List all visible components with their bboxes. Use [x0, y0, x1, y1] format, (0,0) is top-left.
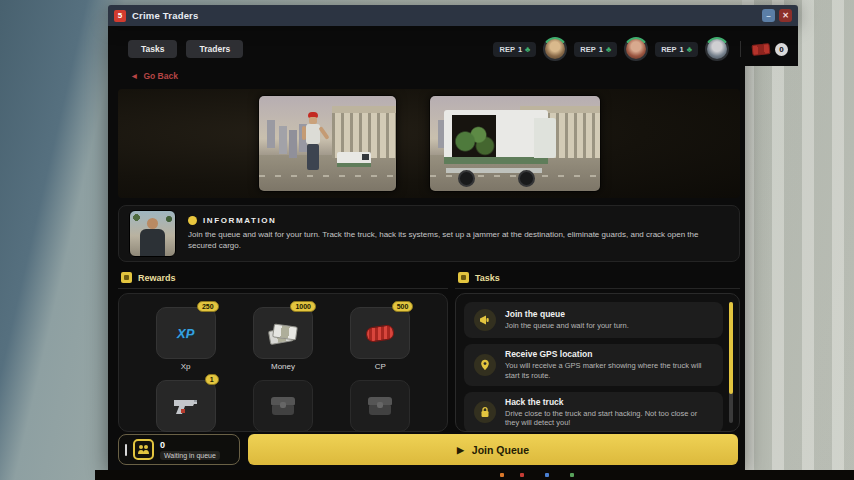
player-avatar-3: [705, 37, 729, 61]
queue-count: 0: [160, 440, 220, 450]
task-item-hack: Hack the truck Drive close to the truck …: [464, 392, 723, 433]
hotbar-dot: [570, 473, 574, 477]
reward-item-xp: 250 XP Xp: [156, 307, 216, 371]
divider: [455, 288, 740, 289]
reward-amount-badge: 250: [197, 301, 219, 312]
queue-status-box: 0 Waiting in queue: [118, 434, 240, 465]
queue-status: Waiting in queue: [160, 451, 220, 460]
information-description: Join the queue and wait for your turn. T…: [188, 230, 729, 252]
leaf-icon: ♣: [525, 45, 530, 54]
back-arrow-icon: ◄: [130, 71, 138, 81]
leaf-icon: ♣: [687, 45, 692, 54]
info-icon: [188, 216, 197, 225]
information-panel: INFORMATION Join the queue and wait for …: [118, 205, 740, 262]
reward-card: 250 XP: [156, 307, 216, 359]
rep-label: REP: [580, 45, 595, 54]
rep-badge-3: REP 1 ♣: [655, 42, 698, 57]
wallet: 0: [752, 43, 788, 56]
reward-label: Xp: [181, 362, 191, 371]
wallet-amount: 0: [775, 43, 788, 56]
queue-tick: [125, 444, 127, 456]
crate-icon: [271, 397, 295, 415]
avatar: [545, 39, 565, 59]
avatar: [626, 39, 646, 59]
megaphone-icon: [474, 309, 496, 331]
task-title: Receive GPS location: [505, 349, 713, 359]
scrollbar-thumb[interactable]: [729, 302, 733, 394]
reward-card: 1000: [253, 307, 313, 359]
reward-card: 1: [156, 380, 216, 432]
npc-avatar: [129, 210, 176, 257]
rewards-header: Rewards: [121, 272, 176, 283]
information-title: INFORMATION: [203, 216, 276, 225]
map-pin-icon: [474, 354, 496, 376]
player-avatar-2: [624, 37, 648, 61]
background-streaks: [742, 0, 854, 480]
information-text: INFORMATION Join the queue and wait for …: [188, 216, 729, 252]
divider: [118, 288, 448, 289]
rep-badge-1: REP 1 ♣: [493, 42, 536, 57]
reward-item-money: 1000 Money: [253, 307, 313, 371]
hotbar-dot: [520, 473, 524, 477]
window-controls: – ✕: [762, 9, 792, 22]
hotbar-dot: [500, 473, 504, 477]
join-queue-button[interactable]: ▶ Join Queue: [248, 434, 738, 465]
screenshot-truck: [429, 95, 601, 192]
reward-card: 500: [350, 307, 410, 359]
cp-icon: [365, 324, 395, 343]
queue-texts: 0 Waiting in queue: [160, 440, 220, 460]
image-gallery: [118, 89, 740, 198]
rep-row: REP 1 ♣ REP 1 ♣ REP 1 ♣ 0: [108, 36, 794, 62]
task-description: Drive close to the truck and start hacki…: [505, 409, 713, 429]
cargo-truck: [444, 110, 548, 164]
reward-amount-badge: 1000: [290, 301, 316, 312]
close-icon[interactable]: ✕: [779, 9, 792, 22]
task-title: Join the queue: [505, 309, 629, 319]
tasks-title: Tasks: [475, 273, 500, 283]
rep-value: 1: [680, 45, 684, 54]
tasks-scrollbar[interactable]: [729, 302, 733, 423]
truck-wheel: [458, 170, 475, 187]
divider: [740, 41, 741, 57]
cash-icon: [751, 43, 770, 56]
reward-item-cp: 500 CP: [350, 307, 410, 371]
road-markings: [259, 175, 396, 177]
tasks-header: Tasks: [458, 272, 500, 283]
reward-card: [253, 380, 313, 432]
task-description: Join the queue and wait for your turn.: [505, 321, 629, 331]
reward-label: CP: [375, 362, 386, 371]
player-avatar-1: [543, 37, 567, 61]
go-back-label: Go Back: [143, 71, 178, 81]
task-description: You will receive a GPS marker showing wh…: [505, 361, 713, 381]
truck-small: [337, 152, 371, 167]
minimize-icon[interactable]: –: [762, 9, 775, 22]
tasks-icon: [458, 272, 469, 283]
reward-amount-badge: 1: [205, 374, 219, 385]
rep-value: 1: [518, 45, 522, 54]
pistol-icon: [173, 397, 199, 415]
rep-badge-2: REP 1 ♣: [574, 42, 617, 57]
tasks-panel: Join the queue Join the queue and wait f…: [455, 293, 740, 432]
truck-wheel: [518, 170, 535, 187]
leaf-icon: ♣: [606, 45, 611, 54]
character-figure: [305, 112, 321, 182]
crate-icon: [368, 397, 392, 415]
lock-icon: [474, 401, 496, 423]
window-title: Crime Traders: [132, 10, 199, 21]
xp-icon: XP: [177, 326, 194, 341]
rep-value: 1: [599, 45, 603, 54]
window-titlebar: 5 Crime Traders – ✕: [108, 5, 798, 26]
rep-label: REP: [499, 45, 514, 54]
reward-amount-badge: 500: [392, 301, 414, 312]
task-item-gps: Receive GPS location You will receive a …: [464, 344, 723, 386]
group-icon: [133, 439, 154, 460]
reward-label: Money: [271, 362, 295, 371]
screen: 5 Crime Traders – ✕ Tasks Traders REP 1 …: [0, 0, 854, 480]
join-queue-label: Join Queue: [472, 444, 529, 456]
hotbar-dot: [545, 473, 549, 477]
screenshot-character: [258, 95, 397, 192]
go-back-button[interactable]: ◄ Go Back: [130, 71, 178, 81]
city-silhouette: [267, 120, 275, 148]
taskbar-strip: [95, 470, 854, 480]
reward-card: [350, 380, 410, 432]
